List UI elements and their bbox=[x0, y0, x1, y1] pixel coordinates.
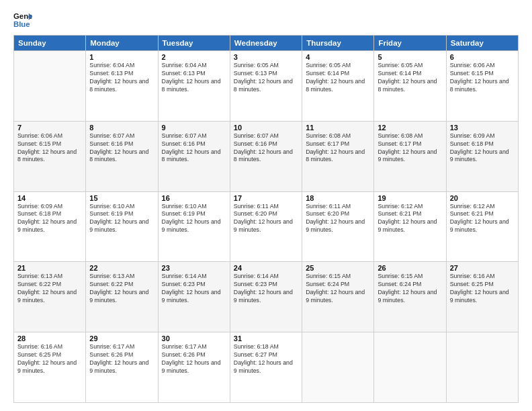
sunset-text: Sunset: 6:23 PM bbox=[162, 281, 226, 289]
daylight-text-2: 9 minutes. bbox=[162, 367, 226, 375]
day-number: 8 bbox=[89, 124, 154, 132]
daylight-text: Daylight: 12 hours and bbox=[378, 289, 442, 297]
daylight-text: Daylight: 12 hours and bbox=[17, 218, 82, 226]
sunset-text: Sunset: 6:24 PM bbox=[378, 281, 442, 289]
day-number: 3 bbox=[234, 53, 298, 61]
day-number: 23 bbox=[162, 264, 226, 272]
calendar-cell: 4Sunrise: 6:05 AMSunset: 6:14 PMDaylight… bbox=[302, 51, 374, 122]
day-info: Sunrise: 6:10 AMSunset: 6:19 PMDaylight:… bbox=[162, 203, 226, 235]
daylight-text-2: 9 minutes. bbox=[306, 226, 370, 234]
day-number: 2 bbox=[162, 53, 226, 61]
sunrise-text: Sunrise: 6:17 AM bbox=[89, 343, 154, 351]
daylight-text: Daylight: 12 hours and bbox=[89, 359, 154, 367]
day-info: Sunrise: 6:14 AMSunset: 6:23 PMDaylight:… bbox=[162, 273, 226, 305]
sunrise-text: Sunrise: 6:05 AM bbox=[234, 62, 298, 70]
daylight-text-2: 9 minutes. bbox=[17, 297, 82, 305]
sunrise-text: Sunrise: 6:10 AM bbox=[89, 203, 154, 211]
day-number: 14 bbox=[17, 194, 82, 202]
daylight-text-2: 9 minutes. bbox=[450, 297, 515, 305]
day-number: 28 bbox=[17, 334, 82, 342]
day-info: Sunrise: 6:04 AMSunset: 6:13 PMDaylight:… bbox=[89, 62, 154, 94]
sunset-text: Sunset: 6:24 PM bbox=[306, 281, 370, 289]
daylight-text-2: 8 minutes. bbox=[17, 156, 82, 164]
header-friday: Friday bbox=[374, 36, 446, 51]
day-number: 1 bbox=[89, 53, 154, 61]
daylight-text-2: 9 minutes. bbox=[17, 367, 82, 375]
header-wednesday: Wednesday bbox=[230, 36, 302, 51]
day-number: 25 bbox=[306, 264, 370, 272]
calendar-cell: 27Sunrise: 6:16 AMSunset: 6:25 PMDayligh… bbox=[446, 262, 518, 332]
week-row-2: 7Sunrise: 6:06 AMSunset: 6:15 PMDaylight… bbox=[14, 121, 519, 191]
sunrise-text: Sunrise: 6:12 AM bbox=[450, 203, 515, 211]
sunrise-text: Sunrise: 6:05 AM bbox=[306, 62, 370, 70]
daylight-text: Daylight: 12 hours and bbox=[306, 148, 370, 156]
day-number: 22 bbox=[89, 264, 154, 272]
day-info: Sunrise: 6:07 AMSunset: 6:16 PMDaylight:… bbox=[234, 132, 298, 165]
calendar-cell: 17Sunrise: 6:11 AMSunset: 6:20 PMDayligh… bbox=[230, 191, 302, 262]
daylight-text-2: 8 minutes. bbox=[234, 86, 298, 94]
daylight-text: Daylight: 12 hours and bbox=[162, 289, 226, 297]
sunset-text: Sunset: 6:25 PM bbox=[450, 281, 515, 289]
daylight-text: Daylight: 12 hours and bbox=[17, 148, 82, 156]
daylight-text-2: 8 minutes. bbox=[450, 86, 515, 94]
daylight-text: Daylight: 12 hours and bbox=[162, 148, 226, 156]
sunset-text: Sunset: 6:14 PM bbox=[378, 70, 442, 78]
sunset-text: Sunset: 6:20 PM bbox=[306, 210, 370, 218]
calendar-cell: 31Sunrise: 6:18 AMSunset: 6:27 PMDayligh… bbox=[230, 332, 302, 403]
header-thursday: Thursday bbox=[302, 36, 374, 51]
day-info: Sunrise: 6:17 AMSunset: 6:26 PMDaylight:… bbox=[89, 343, 154, 375]
sunset-text: Sunset: 6:16 PM bbox=[89, 140, 154, 148]
day-info: Sunrise: 6:13 AMSunset: 6:22 PMDaylight:… bbox=[89, 273, 154, 305]
day-number: 21 bbox=[17, 264, 82, 272]
sunset-text: Sunset: 6:13 PM bbox=[234, 70, 298, 78]
day-number: 17 bbox=[234, 194, 298, 202]
header-sunday: Sunday bbox=[14, 36, 86, 51]
sunset-text: Sunset: 6:16 PM bbox=[234, 140, 298, 148]
daylight-text-2: 9 minutes. bbox=[450, 226, 515, 234]
calendar-cell bbox=[446, 332, 518, 403]
day-info: Sunrise: 6:08 AMSunset: 6:17 PMDaylight:… bbox=[378, 132, 442, 165]
daylight-text: Daylight: 12 hours and bbox=[234, 289, 298, 297]
sunrise-text: Sunrise: 6:08 AM bbox=[306, 132, 370, 140]
sunset-text: Sunset: 6:19 PM bbox=[89, 210, 154, 218]
daylight-text-2: 8 minutes. bbox=[162, 156, 226, 164]
logo: General Blue bbox=[13, 11, 32, 30]
daylight-text-2: 8 minutes. bbox=[89, 156, 154, 164]
calendar-cell: 21Sunrise: 6:13 AMSunset: 6:22 PMDayligh… bbox=[14, 262, 86, 332]
day-number: 12 bbox=[378, 124, 442, 132]
day-number: 18 bbox=[306, 194, 370, 202]
daylight-text-2: 9 minutes. bbox=[162, 297, 226, 305]
calendar-cell: 2Sunrise: 6:04 AMSunset: 6:13 PMDaylight… bbox=[158, 51, 230, 122]
day-number: 9 bbox=[162, 124, 226, 132]
calendar-cell: 20Sunrise: 6:12 AMSunset: 6:21 PMDayligh… bbox=[446, 191, 518, 262]
sunset-text: Sunset: 6:15 PM bbox=[17, 140, 82, 148]
day-number: 10 bbox=[234, 124, 298, 132]
day-info: Sunrise: 6:18 AMSunset: 6:27 PMDaylight:… bbox=[234, 343, 298, 375]
sunrise-text: Sunrise: 6:07 AM bbox=[234, 132, 298, 140]
day-info: Sunrise: 6:11 AMSunset: 6:20 PMDaylight:… bbox=[234, 203, 298, 235]
calendar-cell: 25Sunrise: 6:15 AMSunset: 6:24 PMDayligh… bbox=[302, 262, 374, 332]
sunset-text: Sunset: 6:13 PM bbox=[162, 70, 226, 78]
day-number: 26 bbox=[378, 264, 442, 272]
day-info: Sunrise: 6:06 AMSunset: 6:15 PMDaylight:… bbox=[17, 132, 82, 165]
daylight-text: Daylight: 12 hours and bbox=[450, 78, 515, 86]
day-number: 15 bbox=[89, 194, 154, 202]
weekday-header-row: SundayMondayTuesdayWednesdayThursdayFrid… bbox=[14, 36, 519, 51]
day-number: 30 bbox=[162, 334, 226, 342]
day-info: Sunrise: 6:09 AMSunset: 6:18 PMDaylight:… bbox=[17, 203, 82, 235]
calendar-table: SundayMondayTuesdayWednesdayThursdayFrid… bbox=[13, 35, 519, 403]
daylight-text: Daylight: 12 hours and bbox=[234, 78, 298, 86]
sunrise-text: Sunrise: 6:17 AM bbox=[162, 343, 226, 351]
day-info: Sunrise: 6:11 AMSunset: 6:20 PMDaylight:… bbox=[306, 203, 370, 235]
day-info: Sunrise: 6:17 AMSunset: 6:26 PMDaylight:… bbox=[162, 343, 226, 375]
daylight-text-2: 8 minutes. bbox=[306, 86, 370, 94]
sunrise-text: Sunrise: 6:06 AM bbox=[17, 132, 82, 140]
daylight-text-2: 8 minutes. bbox=[378, 86, 442, 94]
day-number: 27 bbox=[450, 264, 515, 272]
daylight-text-2: 9 minutes. bbox=[89, 297, 154, 305]
sunset-text: Sunset: 6:18 PM bbox=[17, 210, 82, 218]
calendar-page: General Blue SundayMondayTuesdayWednesda… bbox=[0, 0, 532, 411]
daylight-text-2: 8 minutes. bbox=[89, 86, 154, 94]
daylight-text: Daylight: 12 hours and bbox=[306, 218, 370, 226]
day-number: 20 bbox=[450, 194, 515, 202]
